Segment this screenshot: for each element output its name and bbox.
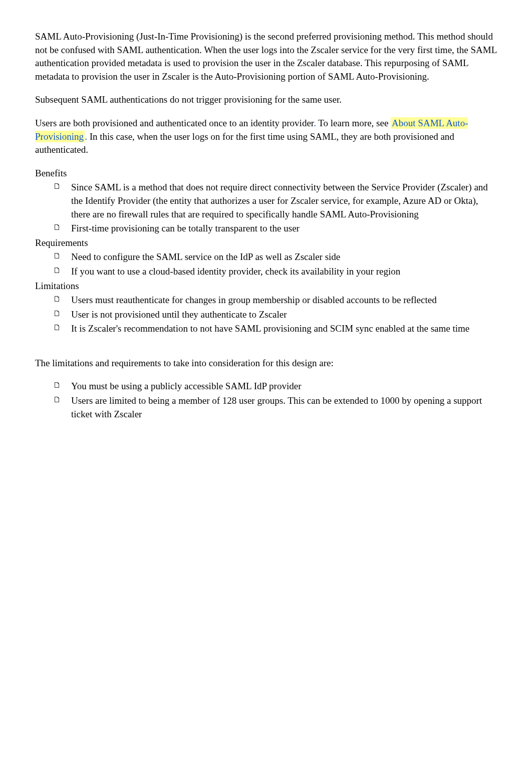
list-item: Users must reauthenticate for changes in… xyxy=(53,294,497,307)
intro-paragraph-3: Users are both provisioned and authentic… xyxy=(35,117,497,157)
intro-paragraph-2: Subsequent SAML authentications do not t… xyxy=(35,93,497,107)
limitations-header: Limitations xyxy=(35,280,497,293)
limitations-list: Users must reauthenticate for changes in… xyxy=(35,294,497,336)
list-item: User is not provisioned until they authe… xyxy=(53,308,497,322)
requirements-list: Need to configure the SAML service on th… xyxy=(35,250,497,278)
list-item: Users are limited to being a member of 1… xyxy=(53,394,497,421)
benefits-list: Since SAML is a method that does not req… xyxy=(35,181,497,235)
list-item: Since SAML is a method that does not req… xyxy=(53,181,497,221)
design-list: You must be using a publicly accessible … xyxy=(35,380,497,421)
list-item: It is Zscaler's recommendation to not ha… xyxy=(53,322,497,336)
list-item: You must be using a publicly accessible … xyxy=(53,380,497,393)
requirements-header: Requirements xyxy=(35,236,497,250)
p3-text-3: In this case, when the user logs on for … xyxy=(35,131,454,155)
list-item: First-time provisioning can be totally t… xyxy=(53,222,497,235)
list-item: Need to configure the SAML service on th… xyxy=(53,250,497,264)
list-item: If you want to use a cloud-based identit… xyxy=(53,265,497,279)
benefits-header: Benefits xyxy=(35,167,497,180)
p3-text-2: To learn more, see xyxy=(316,118,391,128)
intro-paragraph-1: SAML Auto-Provisioning (Just-In-Time Pro… xyxy=(35,30,497,83)
p3-text-1: Users are both provisioned and authentic… xyxy=(35,118,314,128)
design-intro: The limitations and requirements to take… xyxy=(35,357,497,370)
